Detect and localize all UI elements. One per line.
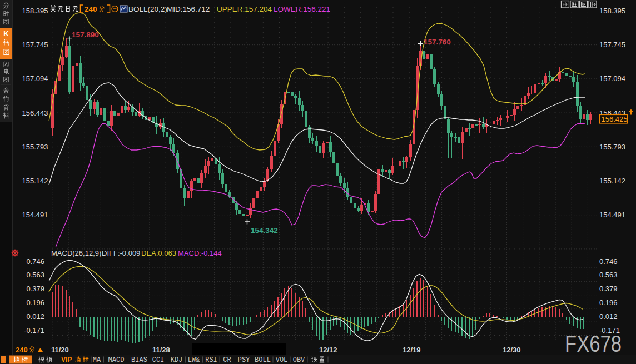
svg-text:156.443: 156.443 bbox=[22, 109, 48, 117]
svg-text:MA: MA bbox=[93, 356, 101, 364]
svg-text:155.793: 155.793 bbox=[599, 143, 625, 151]
svg-text:UPPER:157.204: UPPER:157.204 bbox=[217, 5, 272, 13]
svg-text:K: K bbox=[3, 29, 9, 38]
svg-text:MACD:-0.144: MACD:-0.144 bbox=[178, 249, 222, 257]
svg-text:12/19: 12/19 bbox=[403, 346, 421, 354]
svg-text:0.012: 0.012 bbox=[599, 312, 618, 321]
svg-text:0.196: 0.196 bbox=[26, 298, 44, 307]
svg-text:158.395: 158.395 bbox=[22, 7, 48, 15]
svg-text:LOWER:156.221: LOWER:156.221 bbox=[274, 5, 330, 13]
svg-text:LW&: LW& bbox=[188, 356, 200, 364]
svg-text:MACD: MACD bbox=[108, 356, 125, 364]
svg-text:240: 240 bbox=[16, 346, 28, 354]
svg-text:CR: CR bbox=[223, 356, 231, 364]
svg-text:157.890: 157.890 bbox=[72, 31, 99, 39]
svg-text:VIP: VIP bbox=[61, 356, 72, 363]
svg-text:155.142: 155.142 bbox=[22, 177, 48, 185]
svg-text:CCI: CCI bbox=[152, 356, 165, 364]
svg-text:0.563: 0.563 bbox=[599, 271, 618, 279]
svg-text:156.425: 156.425 bbox=[602, 115, 628, 123]
svg-text:155.142: 155.142 bbox=[599, 177, 625, 185]
svg-text:154.491: 154.491 bbox=[599, 211, 625, 219]
svg-text:155.793: 155.793 bbox=[22, 143, 48, 151]
svg-text:154.491: 154.491 bbox=[22, 211, 48, 219]
svg-text:0.746: 0.746 bbox=[599, 257, 618, 266]
svg-text:12/12: 12/12 bbox=[319, 346, 337, 354]
svg-text:BIAS: BIAS bbox=[131, 356, 147, 364]
svg-text:157.760: 157.760 bbox=[424, 38, 451, 46]
svg-text:0.379: 0.379 bbox=[26, 285, 44, 293]
svg-text:0.563: 0.563 bbox=[26, 271, 44, 279]
svg-text:RSI: RSI bbox=[205, 356, 217, 364]
svg-text:240: 240 bbox=[85, 5, 97, 13]
svg-text:FX678: FX678 bbox=[565, 331, 622, 357]
svg-text:-0.171: -0.171 bbox=[24, 326, 44, 335]
svg-text:11/20: 11/20 bbox=[51, 346, 69, 354]
svg-text:154.342: 154.342 bbox=[251, 226, 278, 235]
svg-text:OBV: OBV bbox=[293, 356, 305, 364]
svg-text:BOLL(20,2): BOLL(20,2) bbox=[128, 5, 167, 13]
svg-text:BOLL: BOLL bbox=[255, 356, 271, 364]
svg-text:0.379: 0.379 bbox=[599, 285, 618, 293]
svg-text:0.012: 0.012 bbox=[26, 312, 44, 321]
svg-text:157.094: 157.094 bbox=[599, 74, 625, 83]
svg-text:MACD(26,12,9): MACD(26,12,9) bbox=[51, 249, 101, 257]
svg-text:KDJ: KDJ bbox=[171, 356, 183, 364]
svg-text:PSY: PSY bbox=[238, 356, 250, 364]
svg-text:12/30: 12/30 bbox=[503, 346, 521, 354]
svg-text:158.395: 158.395 bbox=[599, 7, 625, 15]
svg-text:DIFF:-0.009: DIFF:-0.009 bbox=[102, 249, 140, 257]
svg-text:157.745: 157.745 bbox=[22, 41, 48, 49]
svg-text:VOL: VOL bbox=[276, 356, 288, 364]
svg-text:11/28: 11/28 bbox=[152, 346, 170, 354]
svg-text:0.196: 0.196 bbox=[599, 298, 618, 307]
svg-text:0.746: 0.746 bbox=[26, 257, 44, 266]
svg-text:DEA:0.063: DEA:0.063 bbox=[141, 249, 176, 257]
svg-text:MID:156.712: MID:156.712 bbox=[167, 5, 210, 13]
svg-text:157.745: 157.745 bbox=[599, 41, 625, 49]
svg-text:157.094: 157.094 bbox=[22, 74, 48, 83]
